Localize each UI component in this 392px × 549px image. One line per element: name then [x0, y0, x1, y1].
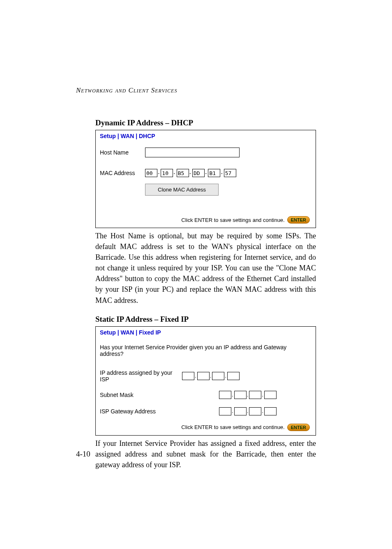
dot: .: [195, 373, 196, 379]
subnet-oct-3[interactable]: [249, 391, 261, 399]
mac-oct-5[interactable]: [208, 169, 220, 177]
ip-oct-3[interactable]: [212, 372, 224, 380]
enter-button-fixed[interactable]: ENTER: [287, 424, 310, 431]
dot: .: [232, 392, 233, 398]
mac-oct-6[interactable]: [224, 169, 236, 177]
mac-sep: -: [189, 170, 191, 176]
dhcp-panel: Setup | WAN | DHCP Host Name MAC Address…: [95, 130, 316, 228]
subnet-label: Subnet Mask: [100, 392, 182, 398]
host-name-label: Host Name: [100, 149, 145, 156]
subnet-oct-1[interactable]: [219, 391, 231, 399]
ip-oct-1[interactable]: [182, 372, 194, 380]
subnet-oct-2[interactable]: [234, 391, 247, 399]
dhcp-body-text: The Host Name is optional, but may be re…: [95, 231, 316, 306]
fixed-panel: Setup | WAN | Fixed IP Has your Internet…: [95, 326, 316, 436]
fixed-body-text: If your Internet Service Provider has as…: [95, 438, 316, 470]
dot: .: [210, 373, 212, 379]
dot: .: [225, 373, 226, 379]
mac-sep: -: [221, 170, 222, 176]
fixed-question: Has your Internet Service Provider given…: [100, 344, 311, 357]
section-fixed-title: Static IP Address – Fixed IP: [95, 315, 316, 324]
dot: .: [232, 408, 233, 414]
breadcrumb-fixed: Setup | WAN | Fixed IP: [100, 329, 311, 336]
mac-sep: -: [158, 170, 159, 176]
ip-oct-2[interactable]: [197, 372, 210, 380]
host-name-input[interactable]: [145, 148, 240, 157]
gw-oct-1[interactable]: [219, 407, 231, 415]
dot: .: [247, 392, 249, 398]
dot: .: [262, 408, 263, 414]
enter-button-dhcp[interactable]: ENTER: [287, 216, 310, 224]
gw-oct-4[interactable]: [264, 407, 277, 415]
save-hint-dhcp: Click ENTER to save settings and continu…: [181, 217, 284, 223]
page-number: 4-10: [76, 450, 90, 459]
gw-oct-3[interactable]: [249, 407, 261, 415]
subnet-oct-4[interactable]: [264, 391, 277, 399]
ip-label: IP address assigned by your ISP: [100, 369, 182, 383]
gateway-label: ISP Gateway Address: [100, 408, 182, 415]
mac-address-label: MAC Address: [100, 170, 145, 176]
mac-oct-4[interactable]: [192, 169, 205, 177]
ip-oct-4[interactable]: [227, 372, 240, 380]
running-header: Networking and Client Services: [76, 86, 316, 95]
mac-oct-2[interactable]: [161, 169, 173, 177]
gw-oct-2[interactable]: [234, 407, 247, 415]
clone-mac-button[interactable]: Clone MAC Address: [145, 184, 219, 196]
mac-oct-1[interactable]: [145, 169, 157, 177]
section-dhcp-title: Dynamic IP Address – DHCP: [95, 118, 316, 127]
dot: .: [262, 392, 263, 398]
mac-oct-3[interactable]: [177, 169, 189, 177]
save-hint-fixed: Click ENTER to save settings and continu…: [181, 424, 284, 430]
dot: .: [247, 408, 249, 414]
mac-sep: -: [173, 170, 175, 176]
breadcrumb-dhcp: Setup | WAN | DHCP: [100, 133, 311, 139]
mac-sep: -: [205, 170, 207, 176]
